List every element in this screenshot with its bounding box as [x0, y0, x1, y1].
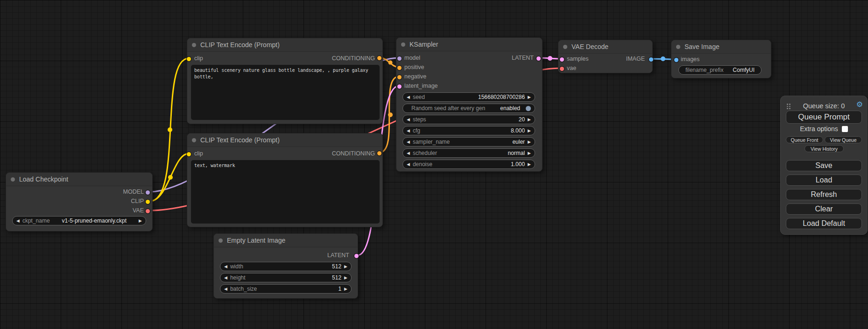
- next-arrow-icon[interactable]: ▶: [344, 276, 347, 280]
- save-button[interactable]: Save: [786, 160, 862, 171]
- node-title-bar[interactable]: KSampler: [396, 38, 542, 51]
- seed-widget[interactable]: ◀ seed 156680208700286 ▶: [402, 92, 535, 102]
- next-arrow-icon[interactable]: ▶: [528, 129, 531, 133]
- wire-dot-clip1[interactable]: [168, 127, 172, 132]
- clear-button[interactable]: Clear: [786, 203, 862, 215]
- batch-size-widget[interactable]: ◀ batch_size 1 ▶: [220, 284, 352, 294]
- output-label-model: MODEL: [123, 189, 144, 195]
- node-save-image[interactable]: Save Image images filename_prefix ComfyU…: [671, 40, 771, 78]
- widget-label: height: [230, 274, 246, 281]
- widget-value: v1-5-pruned-emaonly.ckpt: [62, 217, 127, 224]
- wire-dot-cond2[interactable]: [388, 112, 393, 117]
- output-slot-conditioning[interactable]: [377, 56, 381, 60]
- widget-label: seed: [413, 94, 425, 100]
- output-slot-model[interactable]: [146, 190, 150, 195]
- next-arrow-icon[interactable]: ▶: [528, 140, 531, 144]
- next-arrow-icon[interactable]: ▶: [344, 265, 347, 269]
- node-clip-text-encode-positive[interactable]: CLIP Text Encode (Prompt) clip CONDITION…: [187, 38, 383, 124]
- input-slot-clip[interactable]: [187, 57, 191, 61]
- output-slot-latent[interactable]: [354, 254, 359, 258]
- output-slot-latent[interactable]: [536, 56, 541, 61]
- wire-dot-clip2[interactable]: [168, 175, 173, 180]
- queue-front-button[interactable]: Queue Front: [786, 136, 823, 143]
- sampler-name-widget[interactable]: ◀ sampler_name euler ▶: [402, 137, 535, 147]
- input-slot-clip[interactable]: [187, 152, 191, 156]
- load-button[interactable]: Load: [786, 175, 862, 186]
- comfyui-canvas[interactable]: { "slot_colors": { "model": "#b39ddb", "…: [0, 0, 868, 329]
- toggle-icon[interactable]: [526, 106, 531, 111]
- prompt-textarea[interactable]: text, watermark: [191, 160, 380, 224]
- node-empty-latent-image[interactable]: Empty Latent Image LATENT ◀ width 512 ▶ …: [213, 233, 358, 299]
- prev-arrow-icon[interactable]: ◀: [407, 162, 410, 167]
- next-arrow-icon[interactable]: ▶: [528, 162, 531, 167]
- ckpt-name-widget[interactable]: ◀ ckpt_name v1-5-pruned-emaonly.ckpt ▶: [12, 216, 146, 225]
- node-load-checkpoint[interactable]: Load Checkpoint MODEL CLIP VAE ◀ ckpt_na…: [6, 172, 153, 231]
- node-title-bar[interactable]: CLIP Text Encode (Prompt): [187, 133, 382, 147]
- prev-arrow-icon[interactable]: ◀: [407, 151, 410, 155]
- collapse-dot-icon[interactable]: [11, 177, 15, 182]
- collapse-dot-icon[interactable]: [192, 138, 196, 142]
- input-slot-positive[interactable]: [397, 66, 402, 70]
- input-slot-vae[interactable]: [560, 67, 564, 71]
- prev-arrow-icon[interactable]: ◀: [224, 287, 227, 291]
- output-slot-clip[interactable]: [146, 200, 150, 204]
- widget-value: enabled: [500, 105, 520, 112]
- collapse-dot-icon[interactable]: [401, 42, 405, 47]
- queue-prompt-button[interactable]: Queue Prompt: [786, 111, 862, 124]
- prev-arrow-icon[interactable]: ◀: [407, 118, 410, 122]
- wire-clip-to-positive: [150, 58, 189, 201]
- collapse-dot-icon[interactable]: [219, 238, 223, 243]
- random-seed-widget[interactable]: Random seed after every gen enabled: [402, 104, 535, 113]
- width-widget[interactable]: ◀ width 512 ▶: [220, 262, 352, 271]
- node-title-bar[interactable]: VAE Decode: [558, 40, 652, 54]
- node-vae-decode[interactable]: VAE Decode samples vae IMAGE: [558, 40, 653, 73]
- refresh-button[interactable]: Refresh: [786, 189, 862, 200]
- extra-options-checkbox[interactable]: [842, 126, 848, 132]
- settings-gear-icon[interactable]: ⚙: [856, 101, 863, 108]
- input-slot-samples[interactable]: [560, 57, 564, 62]
- node-title-bar[interactable]: CLIP Text Encode (Prompt): [187, 38, 382, 52]
- node-title-bar[interactable]: Load Checkpoint: [6, 173, 152, 186]
- view-queue-button[interactable]: View Queue: [825, 136, 862, 143]
- prev-arrow-icon[interactable]: ◀: [407, 140, 410, 144]
- prompt-textarea[interactable]: beautiful scenery nature glass bottle la…: [191, 65, 380, 120]
- prev-arrow-icon[interactable]: ◀: [407, 129, 410, 133]
- output-slot-vae[interactable]: [146, 209, 150, 213]
- filename-prefix-widget[interactable]: filename_prefix ComfyUI: [678, 65, 762, 75]
- prev-arrow-icon[interactable]: ◀: [224, 276, 227, 280]
- denoise-widget[interactable]: ◀ denoise 1.000 ▶: [402, 160, 535, 169]
- prev-arrow-icon[interactable]: ◀: [407, 95, 410, 99]
- next-arrow-icon[interactable]: ▶: [528, 95, 531, 99]
- node-title-bar[interactable]: Empty Latent Image: [214, 234, 358, 247]
- scheduler-widget[interactable]: ◀ scheduler normal ▶: [402, 148, 535, 158]
- wire-dot-image[interactable]: [661, 56, 665, 61]
- collapse-dot-icon[interactable]: [192, 43, 196, 47]
- wire-clip-to-negative: [150, 154, 189, 201]
- output-slot-image[interactable]: [649, 57, 653, 62]
- output-label-clip: CLIP: [131, 198, 144, 204]
- next-arrow-icon[interactable]: ▶: [528, 151, 531, 155]
- next-arrow-icon[interactable]: ▶: [528, 118, 531, 122]
- input-slot-negative[interactable]: [397, 75, 402, 79]
- load-default-button[interactable]: Load Default: [786, 218, 862, 229]
- collapse-dot-icon[interactable]: [676, 45, 680, 49]
- node-title-bar[interactable]: Save Image: [671, 40, 771, 54]
- node-title: Empty Latent Image: [227, 237, 285, 244]
- steps-widget[interactable]: ◀ steps 20 ▶: [402, 115, 535, 124]
- height-widget[interactable]: ◀ height 512 ▶: [220, 273, 352, 282]
- view-history-button[interactable]: View History: [804, 145, 844, 152]
- node-clip-text-encode-negative[interactable]: CLIP Text Encode (Prompt) clip CONDITION…: [187, 133, 383, 227]
- input-slot-images[interactable]: [674, 58, 678, 62]
- wire-dot-latent[interactable]: [548, 56, 552, 61]
- wire-dot-cond1[interactable]: [388, 61, 393, 65]
- prev-arrow-icon[interactable]: ◀: [16, 219, 20, 223]
- prev-arrow-icon[interactable]: ◀: [224, 265, 227, 269]
- next-arrow-icon[interactable]: ▶: [139, 219, 142, 223]
- cfg-widget[interactable]: ◀ cfg 8.000 ▶: [402, 126, 535, 135]
- node-ksampler[interactable]: KSampler model positive negative latent_…: [396, 37, 543, 172]
- output-slot-conditioning[interactable]: [377, 151, 381, 155]
- next-arrow-icon[interactable]: ▶: [344, 287, 347, 291]
- collapse-dot-icon[interactable]: [563, 45, 567, 49]
- input-slot-model[interactable]: [397, 56, 402, 61]
- input-slot-latent-image[interactable]: [397, 84, 402, 89]
